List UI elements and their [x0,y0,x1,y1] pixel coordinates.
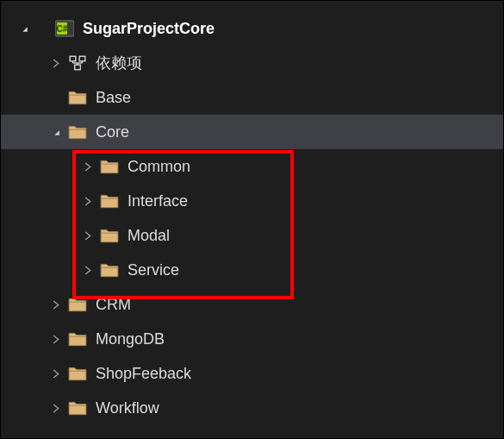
folder-icon [100,191,119,210]
expander-collapsed-icon[interactable] [80,159,96,174]
folder-icon [68,329,87,348]
tree-item-label: Common [128,158,190,176]
tree-row-folder[interactable]: CRM [1,287,503,322]
tree-row-folder[interactable]: MongoDB [1,322,503,356]
svg-rect-8 [75,65,81,70]
tree-row-folder-core[interactable]: Core [1,115,503,149]
tree-row-project[interactable]: C# SugarProjectCore [1,11,503,46]
tree-item-label: Interface [128,192,188,210]
tree-row-folder[interactable]: ShopFeeback [1,356,503,391]
dependencies-icon [68,53,87,72]
folder-icon [68,398,87,417]
expander-collapsed-icon[interactable] [80,228,96,243]
expander-collapsed-icon[interactable] [80,193,96,209]
solution-explorer-tree: ... C# SugarProjectCore [1,1,503,425]
folder-icon [68,364,87,383]
folder-icon [68,295,87,314]
tree-item-label: Core [96,123,129,141]
partial-row-top: ... [1,3,503,11]
tree-item-label: 依赖项 [96,53,142,73]
tree-row-folder[interactable]: Common [1,149,503,184]
project-name-label: SugarProjectCore [83,20,215,38]
folder-icon [68,122,87,141]
tree-item-label: ShopFeeback [96,365,191,383]
svg-text:C#: C# [57,24,68,34]
csharp-project-icon: C# [55,19,74,38]
svg-rect-6 [70,56,76,61]
tree-item-label: CRM [96,296,131,314]
tree-row-folder[interactable]: Modal [1,218,503,253]
tree-item-label: Modal [128,227,170,245]
tree-row-folder[interactable]: Service [1,253,503,287]
tree-item-label: ... [83,3,96,3]
globe-icon [55,3,74,3]
tree-row-folder[interactable]: Workflow [1,391,503,425]
svg-rect-7 [79,56,85,61]
expander-collapsed-icon[interactable] [48,55,64,71]
folder-icon [68,88,87,107]
expander-collapsed-icon[interactable] [48,400,64,416]
folder-icon [100,260,119,279]
expander-expanded-icon[interactable] [48,124,64,140]
tree-item-label: Base [96,89,131,107]
folder-icon [100,157,119,176]
expander-collapsed-icon[interactable] [48,297,64,312]
tree-row-folder[interactable]: Base [1,80,503,115]
tree-item-label: Workflow [96,399,159,417]
expander-expanded-icon[interactable] [16,21,32,36]
tree-item-label: Service [128,261,179,279]
expander-collapsed-icon[interactable] [80,262,96,278]
tree-item-label: MongoDB [96,330,165,348]
tree-row-folder[interactable]: Interface [1,184,503,218]
tree-row[interactable]: ... [1,3,503,11]
tree-row-dependencies[interactable]: 依赖项 [1,46,503,80]
expander-collapsed-icon[interactable] [48,331,64,347]
expander-collapsed-icon[interactable] [48,366,64,381]
folder-icon [100,226,119,245]
